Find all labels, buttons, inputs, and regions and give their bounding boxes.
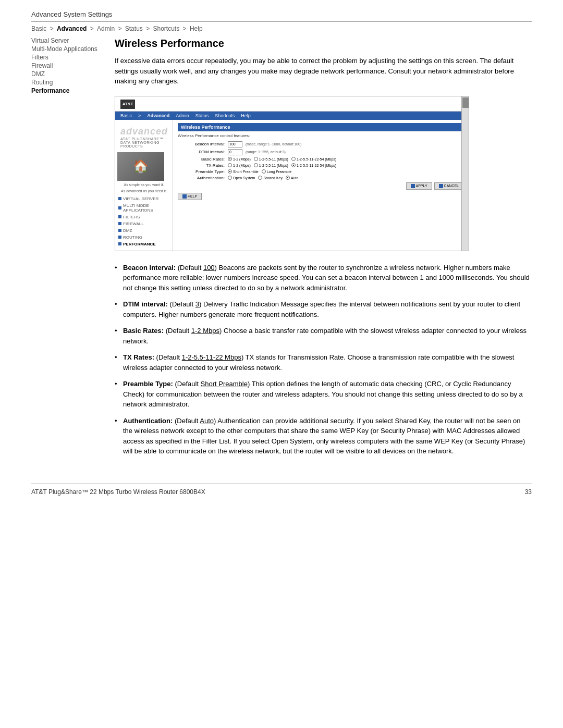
nav-item-multimode[interactable]: Multi-Mode Applications — [31, 45, 115, 53]
beacon-row: Beacon interval: (msec, range:1~1000, de… — [178, 141, 463, 147]
basic-rates-default-value: 1-2 Mbps — [191, 327, 219, 335]
basic-rate-1[interactable]: 1-2 (Mbps) — [228, 157, 251, 161]
router-panel-subtitle: Wireless Performance control features: — [178, 133, 463, 138]
auth-auto-label: Auto — [291, 176, 298, 180]
router-body: advanced AT&T PLUG&SHARE™ DATA NETWORKIN… — [115, 120, 469, 251]
tx-rate-3[interactable]: 1-2-5.5-11-22-54 (Mbps) — [291, 163, 336, 167]
router-nav-help[interactable]: Help — [241, 113, 251, 118]
basic-rates-row: Basic Rates: 1-2 (Mbps) 1-2-5.5-11 (Mbps… — [178, 157, 463, 162]
preamble-group: Short Preamble Long Preamble — [228, 169, 291, 174]
beacon-hint: (msec, range:1~1000, default:100) — [246, 142, 301, 146]
cancel-button[interactable]: CANCEL — [434, 182, 463, 190]
left-nav-list: Virtual Server Multi-Mode Applications F… — [31, 36, 115, 95]
nav-item-filters[interactable]: Filters — [31, 53, 115, 61]
router-hero-text2: As advanced as you need it. — [117, 189, 170, 193]
router-menu-dmz[interactable]: DMZ — [115, 227, 172, 234]
help-button[interactable]: HELP — [178, 193, 202, 200]
menu-bullet-icon — [118, 197, 121, 200]
auth-auto[interactable]: Auto — [286, 176, 298, 180]
beacon-default-value: 100 — [203, 264, 215, 272]
radio-icon — [254, 157, 258, 161]
router-nav-admin[interactable]: Admin — [176, 113, 189, 118]
router-hero-text1: As simple as you want it. — [117, 182, 170, 187]
bullet-auth: Authentication: (Default Auto) Authentic… — [115, 416, 532, 463]
router-menu-multimode[interactable]: MULTI MODE APPLICATIONS — [115, 202, 172, 214]
cancel-label: CANCEL — [444, 184, 459, 188]
radio-icon — [228, 169, 232, 174]
breadcrumb-status[interactable]: Status — [125, 25, 143, 32]
dtim-input[interactable] — [228, 149, 242, 155]
auth-open[interactable]: Open System — [228, 176, 255, 180]
scroll-indicator[interactable] — [461, 96, 469, 251]
nav-item-performance[interactable]: Performance — [31, 87, 115, 95]
radio-icon — [262, 169, 266, 174]
dtim-default-value: 3 — [195, 300, 199, 308]
auth-shared-label: Shared Key — [263, 176, 283, 180]
section-title: Wireless Performance — [115, 38, 532, 50]
radio-icon — [228, 157, 232, 161]
radio-icon — [254, 163, 258, 167]
bullet-preamble: Preamble Type: (Default Short Preamble) … — [115, 379, 532, 416]
router-menu-routing[interactable]: ROUTING — [115, 234, 172, 241]
apply-button[interactable]: APPLY — [406, 182, 432, 190]
breadcrumb-admin[interactable]: Admin — [97, 25, 115, 32]
beacon-input[interactable] — [228, 141, 242, 147]
radio-icon — [286, 176, 290, 180]
apply-label: APPLY — [416, 184, 427, 188]
bullet-dtim: DTIM interval: (Default 3) Delivery Traf… — [115, 299, 532, 326]
auth-label: Authentication: — [178, 176, 225, 180]
router-advanced-title: advanced — [115, 123, 172, 137]
tx-rates-group: 1-2 (Mbps) 1-2-5.5-11 (Mbps) 1-2-5.5-11-… — [228, 163, 336, 167]
page-footer: AT&T Plug&Share™ 22 Mbps Turbo Wireless … — [31, 484, 532, 496]
radio-icon — [258, 176, 262, 180]
auth-open-label: Open System — [233, 176, 255, 180]
router-nav-shortcuts[interactable]: Shortcuts — [215, 113, 235, 118]
apply-icon — [411, 184, 415, 188]
nav-item-routing[interactable]: Routing — [31, 78, 115, 87]
router-hero: 🏠 As simple as you want it. As advanced … — [115, 150, 173, 195]
nav-item-virtual-server[interactable]: Virtual Server — [31, 36, 115, 45]
breadcrumb-advanced[interactable]: Advanced — [57, 25, 87, 32]
router-menu-filters[interactable]: FILTERS — [115, 214, 172, 220]
router-nav-advanced[interactable]: Advanced — [147, 113, 169, 118]
auth-shared[interactable]: Shared Key — [258, 176, 283, 180]
router-nav-basic[interactable]: Basic — [120, 113, 132, 118]
tx-rate-2-label: 1-2-5.5-11 (Mbps) — [259, 164, 288, 167]
breadcrumb-help[interactable]: Help — [190, 25, 203, 32]
router-nav-status[interactable]: Status — [195, 113, 209, 118]
basic-rate-3-label: 1-2-5.5-11-22-54 (Mbps) — [297, 157, 336, 161]
basic-rate-3[interactable]: 1-2-5.5-11-22-54 (Mbps) — [291, 157, 336, 161]
preamble-short-label: Short Preamble — [233, 170, 259, 174]
preamble-long[interactable]: Long Preamble — [262, 169, 291, 174]
router-logo: AT&T — [120, 100, 463, 109]
att-logo-icon: AT&T — [120, 100, 135, 109]
nav-item-dmz[interactable]: DMZ — [31, 70, 115, 78]
preamble-short[interactable]: Short Preamble — [228, 169, 259, 174]
bullet-basic-rates-term: Basic Rates: — [123, 327, 164, 335]
bullet-beacon: Beacon interval: (Default 100) Beacons a… — [115, 263, 532, 300]
router-advanced-subtitle: AT&T PLUG&SHARE™ DATA NETWORKING PRODUCT… — [115, 137, 172, 150]
router-hero-img: 🏠 — [117, 152, 164, 181]
tx-rate-2[interactable]: 1-2-5.5-11 (Mbps) — [254, 163, 288, 167]
auth-default-value: Auto — [200, 417, 214, 425]
radio-icon — [228, 176, 232, 180]
main-content: Wireless Performance If excessive data e… — [115, 35, 532, 463]
basic-rate-2[interactable]: 1-2-5.5-11 (Mbps) — [254, 157, 288, 161]
nav-item-firewall[interactable]: Firewall — [31, 61, 115, 70]
menu-bullet-icon — [118, 206, 121, 209]
tx-rates-row: TX Rates: 1-2 (Mbps) 1-2-5.5-11 (Mbps) — [178, 163, 463, 168]
menu-bullet-icon — [118, 215, 121, 218]
breadcrumb-shortcuts[interactable]: Shortcuts — [153, 25, 180, 32]
footer-left: AT&T Plug&Share™ 22 Mbps Turbo Wireless … — [31, 488, 205, 496]
dtim-label: DTIM interval: — [178, 150, 225, 154]
bullet-dtim-term: DTIM interval: — [123, 300, 168, 308]
router-menu-virtual-server[interactable]: VIRTUAL SERVER — [115, 195, 172, 202]
tx-rate-1[interactable]: 1-2 (Mbps) — [228, 163, 251, 167]
router-menu-firewall[interactable]: FIREWALL — [115, 220, 172, 227]
tx-rate-3-label: 1-2-5.5-11-22-54 (Mbps) — [297, 164, 336, 167]
preamble-row: Preamble Type: Short Preamble Long Pream… — [178, 169, 463, 174]
breadcrumb: Basic > Advanced > Admin > Status > Shor… — [31, 25, 532, 32]
router-menu-performance[interactable]: PERFORMANCE — [115, 241, 172, 248]
radio-icon — [291, 163, 296, 167]
breadcrumb-basic[interactable]: Basic — [31, 25, 46, 32]
